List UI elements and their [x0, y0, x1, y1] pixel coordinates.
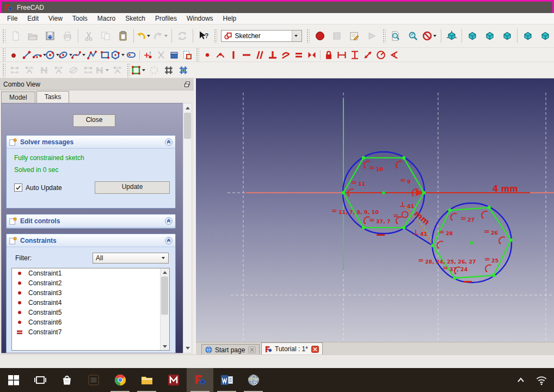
macro-stop-button[interactable] [329, 27, 346, 45]
sketch-vertex[interactable] [448, 209, 452, 212]
undo-button[interactable] [136, 27, 153, 45]
constraints-header[interactable]: Constraints [7, 234, 175, 247]
collapse-icon[interactable] [164, 138, 173, 146]
sketch-vertex[interactable] [492, 273, 495, 277]
update-button[interactable]: Update [95, 181, 170, 194]
constrain-point-on-object-button[interactable] [214, 49, 227, 61]
constrain-h-distance-button[interactable] [335, 49, 348, 61]
taskbar-start-button[interactable] [0, 368, 27, 392]
constraint-list-item[interactable]: Constraint5 [12, 308, 169, 317]
view-bottom-button[interactable] [537, 27, 554, 45]
redo-button[interactable] [152, 27, 170, 45]
toolbar-grip[interactable] [2, 29, 5, 43]
bspline-tool-2-button[interactable] [22, 64, 36, 77]
sketch-center-point[interactable] [382, 191, 385, 194]
open-file-button[interactable] [24, 27, 42, 45]
create-slot-button[interactable] [125, 49, 138, 61]
scroll-up-icon[interactable] [161, 268, 169, 276]
menu-file[interactable]: File [2, 14, 22, 23]
create-polygon-button[interactable] [112, 49, 125, 61]
taskbar-utility-app-button[interactable] [80, 368, 107, 392]
chevron-down-icon[interactable] [164, 35, 168, 37]
menu-profiles[interactable]: Profiles [150, 14, 182, 23]
close-tab-icon[interactable] [248, 346, 256, 353]
constrain-vertical-button[interactable] [227, 49, 240, 61]
constraint-list-item[interactable]: Constraint1 [12, 268, 169, 278]
grid-toggle-button[interactable] [161, 64, 176, 77]
tab-tutorial[interactable]: Tutorial : 1* [261, 342, 323, 355]
bspline-tool-1-button[interactable] [7, 64, 22, 77]
menu-tools[interactable]: Tools [67, 14, 93, 23]
toolbar-grip[interactable] [306, 29, 310, 43]
3d-viewport[interactable]: =10=11=9=11, 7, 8, 9, 10=37, 7⊥41=mm⊥41=… [196, 78, 554, 342]
menu-view[interactable]: View [44, 14, 67, 23]
print-button[interactable] [59, 27, 76, 45]
snap-toggle-button[interactable] [176, 64, 190, 77]
taskbar-store-button[interactable] [53, 368, 80, 392]
zoom-fit-all-button[interactable] [387, 27, 405, 45]
toolbar-grip[interactable] [383, 29, 386, 43]
sketch-vertex[interactable] [362, 226, 365, 229]
macro-edit-button[interactable] [346, 27, 363, 45]
tray-wifi-icon[interactable] [534, 373, 549, 387]
chevron-down-icon[interactable] [121, 54, 125, 56]
auto-update-checkbox[interactable]: Auto Update [14, 183, 62, 192]
sketch-vertex[interactable] [362, 156, 365, 160]
taskbar-browser-globe-button[interactable] [240, 368, 267, 392]
constrain-tangent-button[interactable] [279, 49, 292, 61]
sketch-canvas[interactable]: =10=11=9=11, 7, 8, 9, 10=37, 7⊥41=mm⊥41=… [196, 78, 554, 342]
constraint-list-item[interactable]: Constraint7 [12, 327, 169, 337]
zoom-selection-button[interactable] [404, 27, 422, 45]
whats-this-button[interactable]: ? [195, 27, 212, 45]
tasks-panel-scrollbar[interactable] [183, 103, 192, 353]
menu-help[interactable]: Help [218, 14, 242, 23]
constrain-coincident-button[interactable] [201, 49, 214, 61]
constrain-parallel-button[interactable] [253, 49, 266, 61]
view-axonometric-button[interactable] [443, 27, 460, 45]
menu-sketch[interactable]: Sketch [120, 14, 150, 23]
constraint-list-item[interactable]: Constraint3 [12, 288, 169, 298]
bspline-tool-7-button[interactable] [95, 64, 110, 77]
sketch-vertex[interactable] [342, 191, 345, 194]
collapse-icon[interactable] [164, 236, 173, 245]
bspline-tool-3-button[interactable] [36, 64, 51, 77]
toolbar-grip[interactable] [2, 48, 5, 62]
scroll-up-icon[interactable] [183, 103, 192, 112]
taskbar-task-view-button[interactable] [27, 368, 53, 392]
float-panel-icon[interactable] [184, 81, 190, 88]
refresh-button[interactable] [174, 27, 191, 45]
tray-chevron-up-icon[interactable] [514, 373, 528, 387]
cut-button[interactable] [80, 27, 97, 45]
tab-model[interactable]: Model [1, 91, 35, 103]
create-bspline-button[interactable] [72, 49, 85, 61]
copy-button[interactable] [97, 27, 114, 45]
sketch-vertex[interactable] [402, 156, 405, 160]
scrollbar-thumb[interactable] [161, 277, 168, 315]
view-right-button[interactable] [498, 27, 516, 45]
edit-controls-header[interactable]: Edit controls [7, 215, 175, 228]
workbench-selector[interactable]: Sketcher [221, 30, 302, 42]
filter-dropdown[interactable]: All [93, 253, 169, 264]
menu-windows[interactable]: Windows [182, 14, 218, 23]
view-rear-button[interactable] [519, 27, 537, 45]
taskbar-file-explorer-button[interactable] [133, 368, 160, 392]
bspline-tool-4-button[interactable] [51, 64, 66, 77]
menu-edit[interactable]: Edit [22, 14, 44, 23]
solver-messages-header[interactable]: Solver messages [7, 136, 175, 149]
menu-macro[interactable]: Macro [93, 14, 120, 23]
carbon-copy-button[interactable] [181, 49, 194, 61]
tab-tasks[interactable]: Tasks [36, 91, 70, 103]
virtual-space-button[interactable] [146, 64, 161, 77]
paste-button[interactable] [114, 27, 132, 45]
constrain-perpendicular-button[interactable] [266, 49, 279, 61]
chevron-down-icon[interactable] [82, 54, 85, 56]
save-button[interactable] [41, 27, 59, 45]
taskbar-freecad-button[interactable] [187, 368, 213, 392]
draw-style-button[interactable] [422, 27, 439, 45]
trim-edge-button[interactable] [155, 49, 168, 61]
constrain-v-distance-button[interactable] [348, 49, 361, 61]
taskbar-mendeley-button[interactable] [160, 368, 187, 392]
toolbar-grip[interactable] [196, 48, 199, 62]
bspline-tool-8-button[interactable] [110, 64, 125, 77]
close-task-button[interactable]: Close [73, 114, 115, 127]
